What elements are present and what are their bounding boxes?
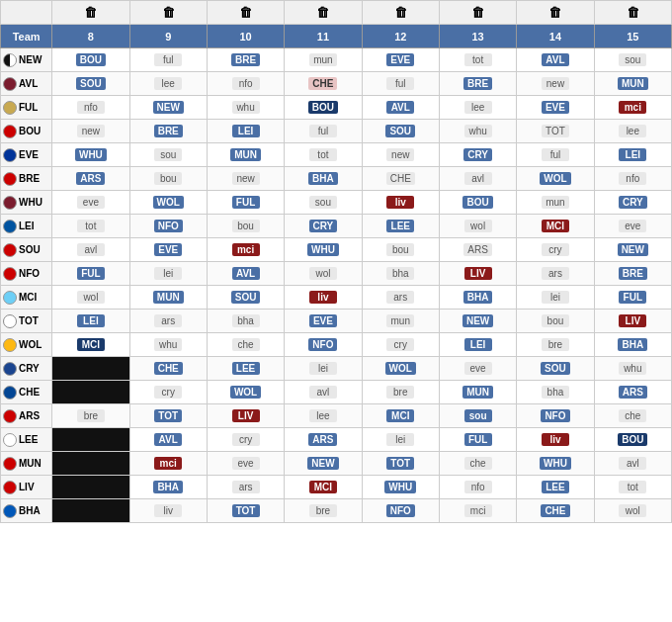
fixture-MUN-gw11: NEW <box>285 452 362 476</box>
fixture-AVL-gw12: ful <box>362 72 439 96</box>
fixture-badge: AVL <box>386 101 414 114</box>
fixture-badge: new <box>386 148 414 161</box>
fixture-BRE-gw10: new <box>207 167 284 191</box>
team-logo-MUN <box>3 457 17 471</box>
fixture-badge: liv <box>542 433 569 446</box>
fixture-badge: mci <box>619 101 646 114</box>
fixture-badge: SOU <box>385 125 415 137</box>
team-logo-BHA <box>3 504 17 518</box>
fixture-BHA-gw13: mci <box>439 499 516 523</box>
fixture-BHA-gw9: liv <box>129 499 207 523</box>
fixture-WOL-gw9: whu <box>129 333 207 357</box>
trash-gw-11[interactable]: 🗑 <box>285 1 362 25</box>
fixture-badge: BRE <box>154 125 183 137</box>
fixture-NEW-gw14: AVL <box>517 48 594 72</box>
fixture-badge: MUN <box>462 386 493 399</box>
trash-gw-8[interactable]: 🗑 <box>52 1 129 25</box>
fixture-BRE-gw15: nfo <box>594 167 671 191</box>
team-name-WOL: WOL <box>19 338 42 349</box>
fixture-MUN-gw9: mci <box>129 452 207 476</box>
fixture-EVE-gw13: CRY <box>439 143 516 167</box>
team-name-EVE: EVE <box>19 148 39 159</box>
fixture-BOU-gw13: whu <box>439 120 516 143</box>
fixture-ARS-gw11: lee <box>285 404 362 428</box>
fixture-FUL-gw12: AVL <box>362 96 439 120</box>
fixture-SOU-gw8: avl <box>52 238 129 262</box>
fixture-WHU-gw8: eve <box>52 191 129 215</box>
fixture-badge: CRY <box>619 196 647 209</box>
fixture-WOL-gw8: MCI <box>52 333 129 357</box>
fixture-LIV-gw10: ars <box>207 476 284 499</box>
fixture-badge: whu <box>232 101 260 114</box>
fixture-badge: MUN <box>230 148 261 161</box>
fixture-badge: lei <box>154 267 182 280</box>
fixture-badge: TOT <box>232 504 260 517</box>
fixture-badge: mci <box>154 457 182 470</box>
fixture-MUN-gw13: che <box>439 452 516 476</box>
fixture-BOU-gw11: ful <box>285 120 362 143</box>
fixture-badge: lei <box>386 433 414 446</box>
fixture-MCI-gw15: FUL <box>594 286 671 310</box>
team-name-LEE: LEE <box>19 433 38 444</box>
fixture-badge: wol <box>464 220 492 232</box>
team-name-AVL: AVL <box>19 77 38 88</box>
fixture-badge: FUL <box>77 267 105 280</box>
team-logo-FUL <box>3 101 17 115</box>
fixture-LIV-gw14: LEE <box>517 476 594 499</box>
fixture-badge: BOU <box>462 196 492 209</box>
fixture-badge: CRY <box>309 220 338 232</box>
fixture-BRE-gw14: WOL <box>517 167 594 191</box>
fixture-TOT-gw11: EVE <box>285 310 362 333</box>
fixture-badge: ful <box>154 53 182 66</box>
team-logo-WHU <box>3 196 17 210</box>
fixture-badge: CHE <box>308 77 337 90</box>
fixture-badge: MCI <box>309 481 337 493</box>
trash-gw-13[interactable]: 🗑 <box>439 1 516 25</box>
fixture-badge: ars <box>232 481 260 493</box>
team-cell-MUN: MUN <box>1 452 52 476</box>
table-row: AVLSOUleenfoCHEfulBREnewMUN <box>1 72 672 96</box>
trash-gw-9[interactable]: 🗑 <box>129 1 207 25</box>
table-row: WOLMCIwhucheNFOcryLEIbreBHA <box>1 333 672 357</box>
fixture-badge: LEI <box>77 314 105 327</box>
fixture-badge: LIV <box>232 409 260 422</box>
fixture-badge: tot <box>619 481 646 493</box>
fixture-LIV-gw9: BHA <box>129 476 207 499</box>
fixture-badge: LEE <box>542 481 569 493</box>
fixture-FUL-gw9: NEW <box>129 96 207 120</box>
fixture-badge: tot <box>309 148 337 161</box>
trash-gw-14[interactable]: 🗑 <box>517 1 594 25</box>
fixture-BHA-gw15: wol <box>594 499 671 523</box>
fixture-ARS-gw14: NFO <box>517 404 594 428</box>
team-cell-LEE: LEE <box>1 428 52 452</box>
trash-gw-15[interactable]: 🗑 <box>594 1 671 25</box>
fixture-NEW-gw8: BOU <box>52 48 129 72</box>
fixture-MCI-gw12: ars <box>362 286 439 310</box>
fixture-badge: NEW <box>462 314 493 327</box>
fixture-badge: ARS <box>76 172 105 185</box>
fixture-SOU-gw12: bou <box>362 238 439 262</box>
fixture-CHE-gw11: avl <box>285 381 362 404</box>
fixture-badge: MCI <box>542 220 569 232</box>
fixture-badge: BHA <box>153 481 183 493</box>
gw-header-13: 13 <box>439 25 516 48</box>
team-logo-ARS <box>3 409 17 423</box>
fixture-badge: cry <box>232 433 260 446</box>
trash-gw-12[interactable]: 🗑 <box>362 1 439 25</box>
fixture-LEI-gw10: bou <box>207 215 284 238</box>
fixture-badge: LEE <box>386 220 414 232</box>
fixture-AVL-gw11: CHE <box>285 72 362 96</box>
fixture-AVL-gw10: nfo <box>207 72 284 96</box>
fixture-badge: mci <box>464 504 492 517</box>
fixture-badge: lei <box>309 362 337 375</box>
fixture-badge: avl <box>464 172 492 185</box>
fixture-FUL-gw15: mci <box>594 96 671 120</box>
fixture-badge: FUL <box>464 433 492 446</box>
fixture-TOT-gw10: bha <box>207 310 284 333</box>
trash-gw-10[interactable]: 🗑 <box>207 1 284 25</box>
table-row: LEEAVLcryARSleiFULlivBOU <box>1 428 672 452</box>
gw-header-8: 8 <box>52 25 129 48</box>
table-row: TOTLEIarsbhaEVEmunNEWbouLIV <box>1 310 672 333</box>
fixture-CRY-gw13: eve <box>439 357 516 381</box>
fixture-badge: avl <box>309 386 337 399</box>
